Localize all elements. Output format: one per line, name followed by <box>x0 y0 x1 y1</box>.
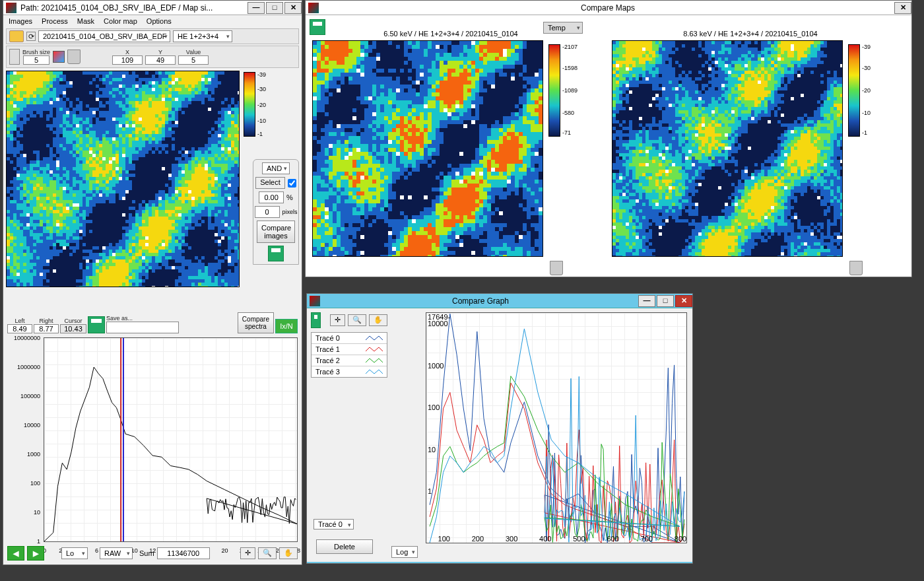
brush-grip-icon[interactable] <box>9 49 20 65</box>
main-map[interactable] <box>6 71 240 287</box>
map1-trash-button[interactable] <box>550 261 563 275</box>
pixels-input[interactable]: 0 <box>255 206 280 218</box>
logic-dropdown[interactable]: AND <box>262 162 290 174</box>
save-mask-button[interactable] <box>268 246 284 261</box>
raw-dropdown[interactable]: RAW <box>100 547 133 559</box>
compare-map-1[interactable] <box>312 40 543 257</box>
left-input[interactable]: 8.49 <box>7 324 32 333</box>
menu-mask[interactable]: Mask <box>77 17 94 25</box>
select-checkbox[interactable] <box>288 179 296 188</box>
svg-text:100: 100 <box>428 403 440 411</box>
spectrum-plot[interactable]: 100000001000000100000100001000100101-024… <box>7 337 298 562</box>
minimize-button[interactable]: — <box>638 295 655 307</box>
save-graph-button[interactable] <box>311 312 321 328</box>
crosshair-tool[interactable]: ✛ <box>330 314 345 326</box>
svg-text:100: 100 <box>438 535 450 543</box>
compare-maps-title: Compare Maps <box>323 3 893 13</box>
crosshair-tool[interactable]: ✛ <box>240 547 255 559</box>
zoom-tool[interactable]: 🔍 <box>258 547 277 559</box>
value-value[interactable]: 5 <box>178 55 209 65</box>
map2-title: 8.63 keV / HE 1+2+3+4 / 20210415_0104 <box>612 30 889 38</box>
close-button[interactable]: ✕ <box>675 295 692 307</box>
menu-process[interactable]: Process <box>42 17 68 25</box>
trace-select[interactable]: Tracé 0 <box>314 519 354 530</box>
svg-text:400: 400 <box>539 535 551 543</box>
compare-spectra-button[interactable]: Compare spectra <box>238 312 274 333</box>
menu-bar: Images Process Mask Color map Options <box>3 15 302 27</box>
lo-dropdown[interactable]: Lo <box>61 547 88 559</box>
right-input[interactable]: 8.77 <box>34 324 59 333</box>
app-icon <box>308 3 319 13</box>
save-spectrum-icon[interactable] <box>88 316 105 333</box>
y-value[interactable]: 49 <box>145 55 176 65</box>
compare-map-2[interactable] <box>612 40 843 257</box>
svg-text:600: 600 <box>607 535 618 543</box>
svg-text:500: 500 <box>573 535 585 543</box>
menu-images[interactable]: Images <box>9 17 32 25</box>
map2-colorbar: -39 -30 -20 -10 -1 <box>848 44 860 137</box>
compare-graph-plot[interactable]: 17649-1000010001001011002003004005006007… <box>426 312 687 543</box>
map1-title: 6.50 keV / HE 1+2+3+4 / 20210415_0104 <box>312 30 589 38</box>
pan-tool[interactable]: ✋ <box>369 314 387 326</box>
minimize-button[interactable]: — <box>248 2 265 14</box>
percent-input[interactable]: 0.00 <box>259 191 284 203</box>
main-colorbar: -39 -30 -20 -10 -1 <box>244 72 255 137</box>
trace-1[interactable]: Tracé 1 <box>312 344 387 355</box>
brush-label: Brush size <box>22 49 50 55</box>
log-toggle[interactable]: Log <box>391 546 418 558</box>
compare-images-button[interactable]: Compare images <box>257 221 295 243</box>
prev-button[interactable]: ◀ <box>7 546 24 561</box>
menu-colormap[interactable]: Color map <box>104 17 137 25</box>
svg-text:300: 300 <box>506 535 517 543</box>
zoom-tool[interactable]: 🔍 <box>348 314 366 326</box>
value-label: Value <box>186 49 201 55</box>
open-folder-button[interactable] <box>9 30 24 42</box>
sum-value: 11346700 <box>157 547 210 559</box>
app-icon <box>310 296 320 306</box>
compare-graph-title: Compare Graph <box>324 296 637 306</box>
trace-2[interactable]: Tracé 2 <box>312 355 387 366</box>
close-button[interactable]: ✕ <box>894 2 911 14</box>
window-title: Path: 20210415_0104_OBJ_SRV_IBA_EDF / Ma… <box>20 3 246 13</box>
brush-value[interactable]: 5 <box>23 55 50 65</box>
channel-dropdown[interactable]: HE 1+2+3+4 <box>173 30 232 42</box>
svg-text:10000: 10000 <box>428 320 448 327</box>
svg-text:800: 800 <box>675 535 686 543</box>
x-label: X <box>125 49 129 55</box>
svg-text:700: 700 <box>641 535 653 543</box>
path-dropdown[interactable]: 20210415_0104_OBJ_SRV_IBA_EDF <box>38 30 170 42</box>
app-icon <box>6 3 16 13</box>
refresh-icon[interactable]: ⟳ <box>26 32 36 41</box>
mask-controls: AND Select 0.00% 0pixels Compare images <box>253 159 299 265</box>
maximize-button[interactable]: □ <box>657 295 674 307</box>
x-value[interactable]: 109 <box>112 55 143 65</box>
saveas-input[interactable] <box>106 322 179 333</box>
maximize-button[interactable]: □ <box>266 2 283 14</box>
svg-text:1: 1 <box>428 487 432 495</box>
cursor-value: 10.43 <box>60 324 86 333</box>
delete-trace-button[interactable]: Delete <box>316 539 373 554</box>
y-label: Y <box>158 49 162 55</box>
trace-3[interactable]: Tracé 3 <box>312 366 387 377</box>
picker-icon[interactable] <box>53 51 65 63</box>
svg-text:200: 200 <box>472 535 484 543</box>
svg-text:1000: 1000 <box>428 362 444 370</box>
menu-options[interactable]: Options <box>147 17 172 25</box>
close-button[interactable]: ✕ <box>284 2 302 14</box>
clear-mask-button[interactable] <box>67 50 81 64</box>
select-button[interactable]: Select <box>255 177 285 189</box>
svg-text:10: 10 <box>428 446 436 454</box>
next-button[interactable]: ▶ <box>27 546 44 561</box>
map2-trash-button[interactable] <box>849 261 863 275</box>
trace-0[interactable]: Tracé 0 <box>312 333 387 344</box>
map1-colorbar: -2107 -1598 -1089 -580 -71 <box>548 44 560 137</box>
pan-tool[interactable]: ✋ <box>279 547 298 559</box>
ixn-button[interactable]: Ix/N <box>275 319 298 333</box>
